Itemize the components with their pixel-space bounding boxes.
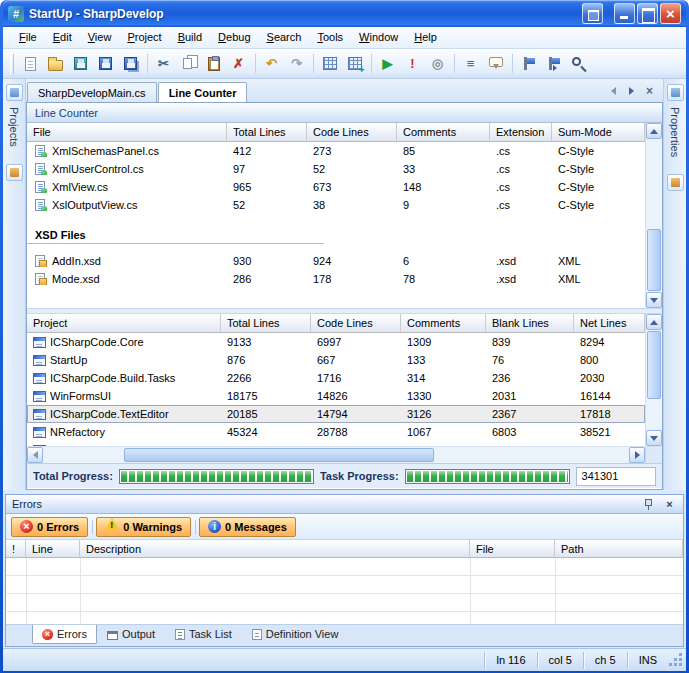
scroll-thumb[interactable] [124,448,434,462]
cut-icon[interactable]: ✂ [151,52,176,76]
task-list-icon[interactable]: ≡ [458,52,483,76]
column-header-code-lines[interactable]: Code Lines [307,123,397,142]
pane-tab-errors[interactable]: Errors [32,625,97,644]
column-header-net-lines[interactable]: Net Lines [574,314,645,333]
scroll-right-button[interactable] [629,447,645,463]
redo-icon[interactable]: ↷ [284,52,309,76]
sidebar-tab-projects[interactable]: Projects [8,104,20,150]
column-header-total-lines[interactable]: Total Lines [221,314,311,333]
copy-icon[interactable] [176,52,201,76]
comment-icon[interactable] [483,52,508,76]
project-row[interactable]: ICSharpCode.TextEditor 20185 14794 3126 … [27,405,645,423]
column-header-sum-mode[interactable]: Sum-Mode [552,123,645,142]
prev-tab-icon[interactable] [606,83,621,98]
build-icon[interactable] [317,52,342,76]
resize-grip[interactable] [668,652,684,668]
scroll-track[interactable] [646,330,662,430]
messages-filter-button[interactable]: 0 Messages [199,517,296,537]
window-mode-button[interactable] [582,3,603,24]
column-header-extension[interactable]: Extension [490,123,552,142]
stop-icon[interactable]: ! [400,52,425,76]
column-header-comments[interactable]: Comments [401,314,486,333]
warnings-filter-button[interactable]: 0 Warnings [96,517,191,537]
menu-item[interactable]: Edit [45,27,80,48]
maximize-button[interactable] [637,3,658,24]
minimize-button[interactable] [614,3,635,24]
project-row[interactable]: WinFormsUI 18175 14826 1330 2031 16144 [27,387,645,405]
run-icon[interactable]: ▶ [375,52,400,76]
column-header-file[interactable]: File [470,540,555,558]
breakpoint-icon[interactable]: ◎ [425,52,450,76]
delete-icon[interactable]: ✗ [226,52,251,76]
scroll-track[interactable] [646,139,662,292]
project-row[interactable]: ICSharpCode.Core 9133 6997 1309 839 8294 [27,333,645,351]
column-header-total-lines[interactable]: Total Lines [227,123,307,142]
menu-item[interactable]: File [11,27,45,48]
project-row[interactable]: NRefactory 45324 28788 1067 6803 38521 [27,423,645,441]
search-icon[interactable] [566,52,591,76]
scroll-up-button[interactable] [646,123,662,139]
next-tab-icon[interactable] [624,83,639,98]
title-bar[interactable]: # StartUp - SharpDevelop [3,0,686,27]
pane-tab-output[interactable]: Output [97,625,165,644]
column-header-path[interactable]: Path [555,540,683,558]
file-row[interactable]: XslOutputView.cs 52 38 9 .cs C-Style [27,196,645,214]
column-header-project[interactable]: Project [27,314,221,333]
project-row[interactable]: StartUp 876 667 133 76 800 [27,351,645,369]
pane-tab-definition-view[interactable]: Definition View [242,625,349,644]
save-all-icon[interactable] [118,52,143,76]
menu-item[interactable]: Tools [309,27,351,48]
column-header-line[interactable]: Line [26,540,80,558]
file-row[interactable]: Mode.xsd 286 178 78 .xsd XML [27,270,645,288]
properties-pad-icon[interactable] [667,84,684,101]
project-row[interactable]: ICSharpCode.Build.Tasks 2266 1716 314 23… [27,369,645,387]
menu-item[interactable]: View [80,27,120,48]
pin-icon[interactable] [641,497,656,512]
save-as-icon[interactable] [68,52,93,76]
tab-line-counter[interactable]: Line Counter [158,82,248,102]
undo-icon[interactable]: ↶ [259,52,284,76]
errors-grid-body[interactable] [6,558,683,624]
column-header-code-lines[interactable]: Code Lines [311,314,401,333]
open-file-icon[interactable] [43,52,68,76]
column-header-blank-lines[interactable]: Blank Lines [486,314,574,333]
scroll-down-button[interactable] [646,292,662,308]
column-header-severity[interactable]: ! [6,540,26,558]
close-tab-icon[interactable]: × [642,83,657,98]
sidebar-tab-properties[interactable]: Properties [669,104,681,160]
column-header-file[interactable]: File [27,123,227,142]
horizontal-scrollbar[interactable] [27,446,662,463]
menu-item[interactable]: Debug [210,27,258,48]
menu-item[interactable]: Window [351,27,406,48]
menu-item[interactable]: Search [259,27,310,48]
scroll-thumb[interactable] [647,331,661,399]
column-header-comments[interactable]: Comments [397,123,490,142]
scroll-down-button[interactable] [646,430,662,446]
build-all-icon[interactable] [342,52,367,76]
scroll-left-button[interactable] [27,447,43,463]
save-icon[interactable] [93,52,118,76]
close-button[interactable] [660,3,681,24]
column-header-description[interactable]: Description [80,540,470,558]
tools-pad-icon[interactable] [667,174,684,191]
new-file-icon[interactable] [18,52,43,76]
tab-sharpdevelopmain[interactable]: SharpDevelopMain.cs [27,82,157,102]
file-scout-pad-icon[interactable] [6,164,23,181]
paste-icon[interactable] [201,52,226,76]
menu-item[interactable]: Project [119,27,169,48]
file-row[interactable]: AddIn.xsd 930 924 6 .xsd XML [27,252,645,270]
pane-tab-task-list[interactable]: Task List [165,625,242,644]
scroll-track[interactable] [43,447,629,463]
file-row[interactable]: XmlUserControl.cs 97 52 33 .cs C-Style [27,160,645,178]
menu-item[interactable]: Build [170,27,210,48]
menu-item[interactable]: Help [406,27,445,48]
scroll-up-button[interactable] [646,314,662,330]
errors-filter-button[interactable]: 0 Errors [11,517,88,537]
file-row[interactable]: XmlSchemasPanel.cs 412 273 85 .cs C-Styl… [27,142,645,160]
close-panel-icon[interactable]: × [662,497,677,512]
projects-pad-icon[interactable] [6,84,23,101]
next-bookmark-icon[interactable] [541,52,566,76]
files-vertical-scrollbar[interactable] [645,123,662,308]
toolbar-grip[interactable] [10,54,14,74]
projects-vertical-scrollbar[interactable] [645,314,662,446]
